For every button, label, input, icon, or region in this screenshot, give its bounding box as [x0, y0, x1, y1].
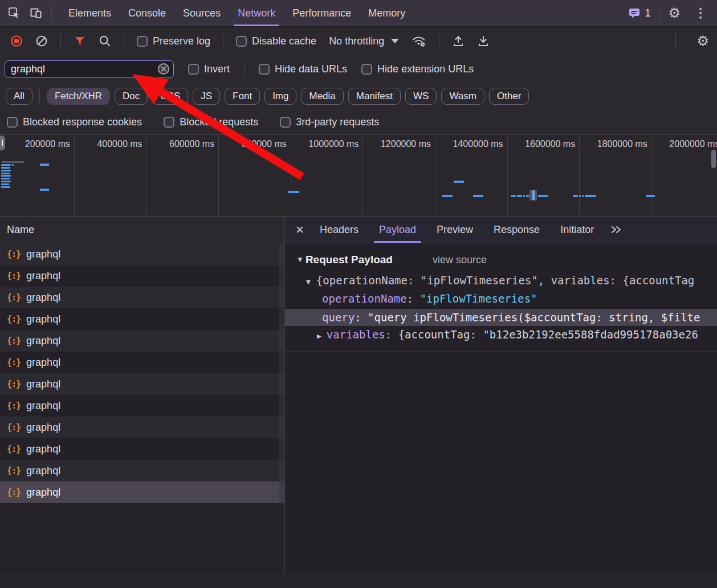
filter-pill-manifest[interactable]: Manifest — [348, 88, 401, 105]
timeline-tick-label: 1000000 ms — [308, 139, 358, 149]
view-source-link[interactable]: view source — [433, 251, 487, 269]
payload-entry-operation-name[interactable]: operationName: "ipFlowTimeseries" — [285, 289, 717, 308]
filter-pill-other[interactable]: Other — [489, 88, 529, 105]
filter-pill-img[interactable]: Img — [264, 88, 296, 105]
payload-section-title: Request Payload — [305, 251, 393, 269]
filter-pill-font[interactable]: Font — [225, 88, 260, 105]
timeline-tick-label: 200000 ms — [25, 139, 70, 149]
request-list-scrollbar[interactable] — [279, 243, 284, 504]
import-har-icon[interactable] — [452, 35, 465, 47]
record-network-log-button[interactable] — [10, 35, 23, 47]
detail-tab-response[interactable]: Response — [492, 217, 541, 243]
close-details-icon[interactable]: ✕ — [295, 224, 304, 235]
tab-performance[interactable]: Performance — [284, 0, 360, 26]
request-timing-bar — [2, 161, 25, 163]
triangle-expanded-icon[interactable]: ▼ — [296, 251, 304, 269]
tab-memory[interactable]: Memory — [360, 0, 414, 26]
braces-json-icon: {:} — [7, 336, 21, 346]
request-name: graphql — [26, 335, 60, 347]
preserve-log-checkbox[interactable]: Preserve log — [137, 35, 210, 47]
request-row[interactable]: {:}graphql — [0, 287, 284, 308]
tab-elements[interactable]: Elements — [60, 0, 120, 26]
request-row[interactable]: {:}graphql — [0, 416, 284, 438]
settings-gear-icon[interactable]: ⚙ — [668, 6, 681, 20]
third-party-requests-checkbox[interactable]: 3rd-party requests — [280, 116, 379, 128]
request-timing-bar — [538, 195, 548, 197]
tab-network[interactable]: Network — [229, 0, 284, 26]
inspect-element-icon[interactable] — [8, 7, 21, 19]
filter-pill-media[interactable]: Media — [301, 88, 343, 105]
resource-type-filter-bar: AllFetch/XHRDocCSSJSFontImgMediaManifest… — [0, 83, 717, 109]
payload-entry-query-selected[interactable]: query: "query ipFlowTimeseries($accountT… — [285, 309, 717, 326]
request-payload-section[interactable]: ▼ Request Payload view source — [285, 251, 717, 269]
throttling-dropdown[interactable]: No throttling — [329, 35, 399, 47]
request-row[interactable]: {:}graphql — [0, 481, 284, 503]
request-row[interactable]: {:}graphql — [0, 438, 284, 460]
devtools-window: ElementsConsoleSourcesNetworkPerformance… — [0, 0, 717, 588]
request-row[interactable]: {:}graphql — [0, 308, 284, 330]
filter-pill-wasm[interactable]: Wasm — [441, 88, 484, 105]
divider — [39, 89, 40, 104]
triangle-expanded-icon[interactable]: ▼ — [306, 277, 311, 286]
timeline-tick-label: 2000000 ms — [669, 139, 717, 149]
timeline-scroll-handle-left[interactable] — [0, 136, 5, 150]
filter-pill-fetch-xhr[interactable]: Fetch/XHR — [47, 88, 110, 105]
network-settings-gear-icon[interactable]: ⚙ — [696, 34, 709, 48]
payload-entry-variables[interactable]: ▶variables: {accountTag: "b12e3b2192ee55… — [285, 326, 717, 343]
detail-tab-initiator[interactable]: Initiator — [559, 217, 596, 243]
device-toolbar-icon[interactable] — [30, 7, 42, 19]
triangle-collapsed-icon[interactable]: ▶ — [317, 332, 321, 340]
checkbox — [137, 36, 148, 47]
request-row[interactable]: {:}graphql — [0, 352, 284, 373]
json-string-value: "query ipFlowTimeseries($accountTag: str… — [368, 311, 700, 324]
clear-network-log-button[interactable] — [35, 35, 48, 47]
detail-tab-preview[interactable]: Preview — [435, 217, 475, 243]
disable-cache-checkbox[interactable]: Disable cache — [236, 35, 316, 47]
request-timing-bar — [473, 195, 483, 197]
filter-pill-css[interactable]: CSS — [152, 88, 188, 105]
blocked-requests-checkbox[interactable]: Blocked requests — [164, 116, 258, 128]
network-overview-timeline[interactable]: 200000 ms400000 ms600000 ms800000 ms1000… — [0, 134, 717, 217]
filter-pill-all[interactable]: All — [6, 88, 32, 105]
request-row[interactable]: {:}graphql — [0, 330, 284, 352]
more-tabs-chevron-icon[interactable] — [610, 224, 622, 235]
timeline-scroll-handle-right[interactable] — [711, 150, 716, 168]
filter-pill-js[interactable]: JS — [193, 88, 220, 105]
clear-filter-icon[interactable] — [157, 63, 170, 75]
filter-funnel-icon[interactable] — [74, 35, 86, 47]
request-row[interactable]: {:}graphql — [0, 460, 284, 481]
braces-json-icon: {:} — [7, 379, 21, 389]
request-rows: {:}graphql{:}graphql{:}graphql{:}graphql… — [0, 243, 284, 503]
tab-sources[interactable]: Sources — [174, 0, 229, 26]
filter-pill-ws[interactable]: WS — [405, 88, 437, 105]
name-column-header[interactable]: Name — [0, 217, 284, 243]
tab-console[interactable]: Console — [120, 0, 174, 26]
console-messages-indicator[interactable]: 1 — [628, 7, 650, 19]
blocked-response-cookies-checkbox[interactable]: Blocked response cookies — [7, 116, 142, 128]
devtools-tabbar: ElementsConsoleSourcesNetworkPerformance… — [0, 0, 717, 27]
hide-extension-urls-checkbox[interactable]: Hide extension URLs — [361, 63, 474, 75]
invert-checkbox[interactable]: Invert — [188, 63, 230, 75]
braces-json-icon: {:} — [7, 357, 21, 368]
detail-tab-headers[interactable]: Headers — [318, 217, 360, 243]
more-options-kebab-icon[interactable]: ⋮ — [691, 7, 710, 19]
third-party-requests-label: 3rd-party requests — [296, 116, 379, 128]
network-toolbar: Preserve log Disable cache No throttling — [0, 27, 717, 55]
filter-pill-doc[interactable]: Doc — [115, 88, 148, 105]
network-filter-row: Invert Hide data URLs Hide extension URL… — [0, 55, 717, 83]
detail-tab-payload[interactable]: Payload — [377, 217, 418, 243]
network-filter-input[interactable] — [5, 60, 174, 78]
request-timing-bar — [646, 195, 655, 197]
network-conditions-icon[interactable] — [412, 35, 426, 47]
request-row[interactable]: {:}graphql — [0, 243, 284, 265]
export-har-icon[interactable] — [477, 35, 490, 47]
timeline-gridline — [218, 135, 219, 216]
request-row[interactable]: {:}graphql — [0, 265, 284, 287]
payload-root-row[interactable]: ▼{operationName: "ipFlowTimeseries", var… — [285, 271, 717, 289]
timeline-tick-label: 400000 ms — [97, 139, 142, 149]
timeline-gridline — [74, 135, 75, 216]
request-row[interactable]: {:}graphql — [0, 373, 284, 395]
request-row[interactable]: {:}graphql — [0, 395, 284, 416]
search-icon[interactable] — [99, 35, 111, 47]
hide-data-urls-checkbox[interactable]: Hide data URLs — [259, 63, 347, 75]
